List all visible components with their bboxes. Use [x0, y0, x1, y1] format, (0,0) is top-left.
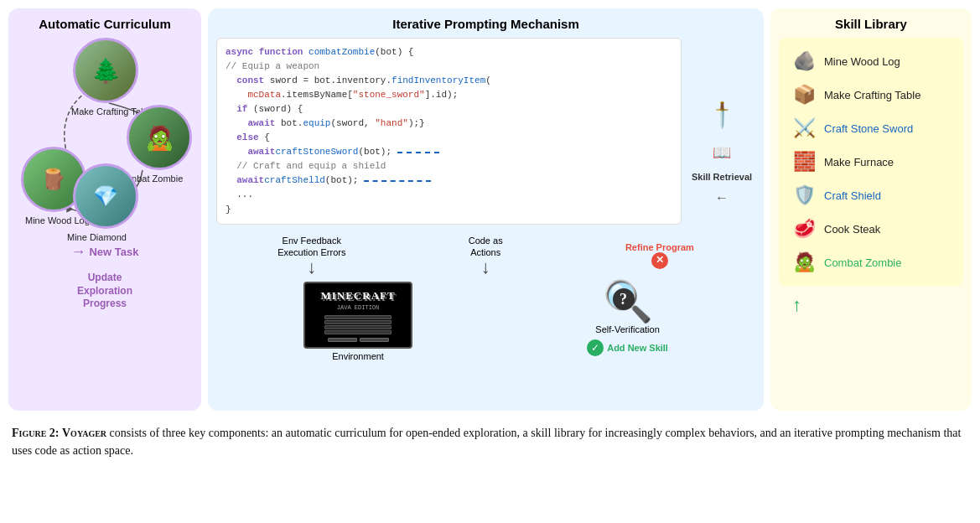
- skill-icon-craft-stone-sword: ⚔️: [791, 115, 817, 142]
- question-mark: ?: [613, 288, 635, 310]
- mc-buttons: [328, 338, 389, 342]
- skill-icon-mine-wood-log: 🪨: [791, 48, 817, 75]
- mc-bars: [324, 314, 391, 335]
- minecraft-subtitle: JAVA EDITION: [337, 304, 379, 311]
- feedback-col: Env FeedbackExecution Errors ↓: [277, 235, 345, 277]
- circ-mine-diamond: 💎: [73, 163, 138, 229]
- bottom-env-section: Env FeedbackExecution Errors ↓ Code asAc…: [216, 235, 755, 277]
- skill-retrieval-area: 🗡️ 📖 Skill Retrieval ←: [688, 38, 755, 205]
- skill-name-cook-steak: Cook Steak: [824, 223, 880, 236]
- panel-iterative: Iterative Prompting Mechanism async func…: [208, 8, 764, 411]
- refine-label: Refine Program: [625, 242, 694, 252]
- skill-item-cook-steak: 🥩 Cook Steak: [791, 215, 951, 242]
- code-actions-col: Code asActions ↓: [469, 235, 503, 277]
- magnifier-container: 🔍 ?: [603, 282, 653, 322]
- skill-item-combat-zombie: 🧟 Combat Zombie: [791, 249, 951, 276]
- skill-item-craft-stone-sword: ⚔️ Craft Stone Sword: [791, 115, 951, 142]
- skill-icon-craft-shield: 🛡️: [791, 182, 817, 209]
- skill-name-craft-shield: Craft Shield: [824, 189, 881, 202]
- refine-col: Refine Program ✕: [625, 242, 694, 269]
- circ-make-crafting-table: 🌲: [73, 38, 138, 103]
- x-badge: ✕: [651, 252, 668, 269]
- skill-item-mine-wood-log: 🪨 Mine Wood Log: [791, 48, 951, 75]
- code-actions-arrow-down: ↓: [481, 258, 490, 277]
- skill-name-mine-wood-log: Mine Wood Log: [824, 55, 900, 68]
- main-container: Automatic Curriculum: [8, 8, 972, 459]
- code-actions-label: Code asActions: [469, 235, 503, 259]
- curriculum-title: Automatic Curriculum: [17, 17, 193, 31]
- env-verify-row: MINECRAFT JAVA EDITION En: [216, 282, 755, 361]
- caption-text: consists of three key components: an aut…: [12, 427, 961, 457]
- minecraft-title: MINECRAFT: [320, 289, 395, 303]
- skill-item-make-furnace: 🧱 Make Furnace: [791, 148, 951, 175]
- new-task-label: New Task: [89, 246, 138, 258]
- curriculum-circles: 🌲 Make Crafting Table 🧟 Combat Zombie 🪵 …: [21, 38, 189, 230]
- skill-item-craft-shield: 🛡️ Craft Shield: [791, 182, 951, 209]
- update-label: UpdateExplorationProgress: [77, 272, 132, 311]
- feedback-arrow-down: ↓: [307, 258, 316, 277]
- check-badge: ✓: [587, 339, 604, 356]
- skill-list: 🪨 Mine Wood Log 📦 Make Crafting Table ⚔️…: [784, 44, 958, 279]
- figure-caption: Figure 2: Voyager consists of three key …: [8, 419, 972, 459]
- circ-combat-zombie: 🧟: [127, 105, 192, 170]
- self-verify-label: Self-Verification: [595, 324, 659, 334]
- iterative-title: Iterative Prompting Mechanism: [216, 17, 755, 31]
- env-label: Environment: [332, 351, 384, 361]
- panel-skill: Skill Library 🪨 Mine Wood Log 📦 Make Cra…: [770, 8, 972, 411]
- minecraft-col: MINECRAFT JAVA EDITION En: [303, 282, 412, 361]
- skill-icon-make-furnace: 🧱: [791, 148, 817, 175]
- skill-library-arrow: ↑: [779, 294, 963, 316]
- label-mine-diamond: Mine Diamond: [67, 232, 127, 242]
- feedback-label: Env FeedbackExecution Errors: [277, 235, 345, 259]
- self-verify-col: 🔍 ? Self-Verification ✓ Add New Skill: [587, 282, 668, 356]
- skill-name-make-crafting-table: Make Crafting Table: [824, 89, 920, 101]
- skill-name-craft-stone-sword: Craft Stone Sword: [824, 122, 913, 135]
- code-box: async function combatZombie(bot) { // Eq…: [216, 38, 682, 225]
- skill-name-make-furnace: Make Furnace: [824, 156, 894, 168]
- add-skill-label: Add New Skill: [607, 343, 668, 353]
- iter-top-row: async function combatZombie(bot) { // Eq…: [216, 38, 755, 231]
- skill-list-container: 🪨 Mine Wood Log 📦 Make Crafting Table ⚔️…: [779, 38, 963, 286]
- caption-voyager: Voyager: [62, 427, 106, 439]
- skill-item-make-crafting-table: 📦 Make Crafting Table: [791, 81, 951, 108]
- skill-icon-combat-zombie: 🧟: [791, 249, 817, 276]
- skill-title: Skill Library: [779, 17, 963, 31]
- skill-retrieval-label: Skill Retrieval: [692, 172, 752, 182]
- code-area: async function combatZombie(bot) { // Eq…: [216, 38, 682, 231]
- panel-curriculum: Automatic Curriculum: [8, 8, 201, 411]
- skill-icon-make-crafting-table: 📦: [791, 81, 817, 108]
- skill-icon-cook-steak: 🥩: [791, 215, 817, 242]
- caption-label: Figure 2:: [12, 427, 60, 439]
- skill-name-combat-zombie: Combat Zombie: [824, 256, 901, 269]
- diagram-row: Automatic Curriculum: [8, 8, 972, 411]
- minecraft-box: MINECRAFT JAVA EDITION: [303, 282, 412, 349]
- add-skill-row: ✓ Add New Skill: [587, 339, 668, 356]
